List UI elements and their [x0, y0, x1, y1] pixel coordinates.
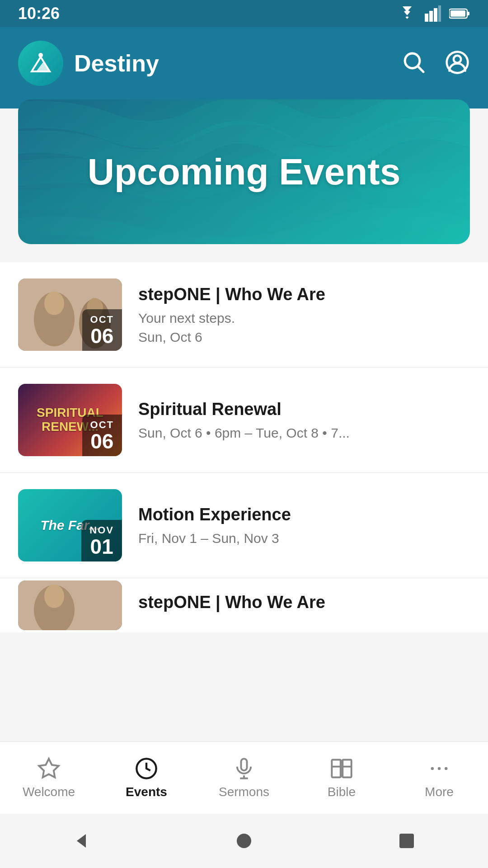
svg-rect-29 — [343, 760, 352, 777]
header-actions — [401, 50, 470, 77]
ellipsis-icon — [427, 757, 451, 780]
nav-label-welcome: Welcome — [23, 785, 75, 799]
event-title: stepONE | Who We Are — [138, 593, 470, 612]
event-thumbnail — [18, 580, 122, 630]
svg-point-35 — [438, 767, 441, 770]
svg-marker-23 — [39, 759, 58, 777]
status-icons — [398, 5, 470, 22]
event-info: stepONE | Who We Are Your next steps. Su… — [138, 285, 470, 345]
svg-point-36 — [445, 767, 448, 770]
event-date-badge: NOV 01 — [81, 520, 122, 561]
recents-icon — [399, 833, 415, 849]
clock-icon — [135, 757, 158, 780]
event-item[interactable]: The Far... NOV 01 Motion Experience Fri,… — [0, 473, 488, 578]
bottom-nav: Welcome Events Sermons Bible — [0, 741, 488, 814]
svg-point-9 — [38, 53, 43, 57]
svg-marker-37 — [77, 834, 86, 848]
event-item-partial[interactable]: stepONE | Who We Are — [0, 578, 488, 632]
system-nav — [0, 814, 488, 868]
nav-item-bible[interactable]: Bible — [293, 742, 390, 814]
events-list: OCT 06 stepONE | Who We Are Your next st… — [0, 262, 488, 632]
nav-item-welcome[interactable]: Welcome — [0, 742, 98, 814]
banner-text-area: Upcoming Events — [18, 99, 470, 244]
event-item[interactable]: SPIRITUALRENEW... OCT 06 Spiritual Renew… — [0, 368, 488, 473]
status-time: 10:26 — [18, 4, 60, 23]
nav-label-events: Events — [126, 785, 167, 799]
event-title: Spiritual Renewal — [138, 400, 470, 419]
signal-icon — [425, 5, 441, 22]
profile-icon — [445, 50, 470, 75]
svg-rect-39 — [399, 834, 414, 848]
svg-line-11 — [418, 66, 423, 72]
home-button[interactable] — [230, 827, 258, 854]
thumb-image — [18, 580, 122, 630]
nav-label-more: More — [425, 785, 454, 799]
svg-rect-25 — [241, 759, 247, 770]
app-logo[interactable] — [18, 41, 63, 86]
svg-point-34 — [431, 767, 434, 770]
event-date: Sun, Oct 6 • 6pm – Tue, Oct 8 • 7... — [138, 425, 470, 441]
nav-label-bible: Bible — [328, 785, 356, 799]
event-date-badge: OCT 06 — [82, 415, 122, 456]
nav-item-sermons[interactable]: Sermons — [195, 742, 293, 814]
svg-point-13 — [454, 56, 461, 63]
event-title: Motion Experience — [138, 505, 470, 524]
svg-rect-5 — [467, 12, 469, 15]
event-subtitle: Your next steps. — [138, 311, 470, 326]
app-header: Destiny — [0, 27, 488, 108]
svg-point-38 — [237, 834, 251, 848]
svg-rect-6 — [450, 10, 465, 17]
home-icon — [235, 832, 253, 850]
star-icon — [37, 757, 61, 780]
profile-button[interactable] — [445, 50, 470, 77]
svg-rect-28 — [332, 760, 341, 777]
event-date-badge: OCT 06 — [82, 309, 122, 351]
event-thumbnail: SPIRITUALRENEW... OCT 06 — [18, 384, 122, 456]
event-info: Motion Experience Fri, Nov 1 – Sun, Nov … — [138, 505, 470, 546]
event-item[interactable]: OCT 06 stepONE | Who We Are Your next st… — [0, 262, 488, 368]
wifi-icon — [398, 6, 417, 21]
nav-item-events[interactable]: Events — [98, 742, 195, 814]
svg-point-17 — [44, 292, 64, 315]
recents-button[interactable] — [393, 827, 420, 854]
search-icon — [401, 50, 427, 75]
status-bar: 10:26 — [0, 0, 488, 27]
events-banner[interactable]: Upcoming Events — [18, 99, 470, 244]
event-title: stepONE | Who We Are — [138, 285, 470, 304]
svg-rect-1 — [429, 11, 433, 22]
logo-icon — [27, 50, 54, 77]
thumb-bg — [18, 580, 122, 630]
event-thumbnail: The Far... NOV 01 — [18, 489, 122, 561]
app-title: Destiny — [74, 50, 159, 77]
event-thumbnail: OCT 06 — [18, 278, 122, 351]
nav-label-sermons: Sermons — [219, 785, 269, 799]
header-logo-area: Destiny — [18, 41, 159, 86]
svg-rect-3 — [438, 5, 441, 22]
event-date: Fri, Nov 1 – Sun, Nov 3 — [138, 531, 470, 546]
search-button[interactable] — [401, 50, 427, 77]
microphone-icon — [232, 757, 256, 780]
event-info: Spiritual Renewal Sun, Oct 6 • 6pm – Tue… — [138, 400, 470, 441]
back-button[interactable] — [68, 827, 95, 854]
svg-rect-2 — [434, 8, 437, 22]
back-icon — [72, 832, 90, 850]
event-date: Sun, Oct 6 — [138, 330, 470, 345]
nav-item-more[interactable]: More — [390, 742, 488, 814]
banner-title: Upcoming Events — [88, 151, 401, 192]
svg-rect-0 — [425, 14, 428, 22]
battery-icon — [449, 8, 470, 19]
event-info: stepONE | Who We Are — [138, 593, 470, 618]
svg-point-22 — [44, 585, 64, 608]
bible-icon — [330, 757, 353, 780]
